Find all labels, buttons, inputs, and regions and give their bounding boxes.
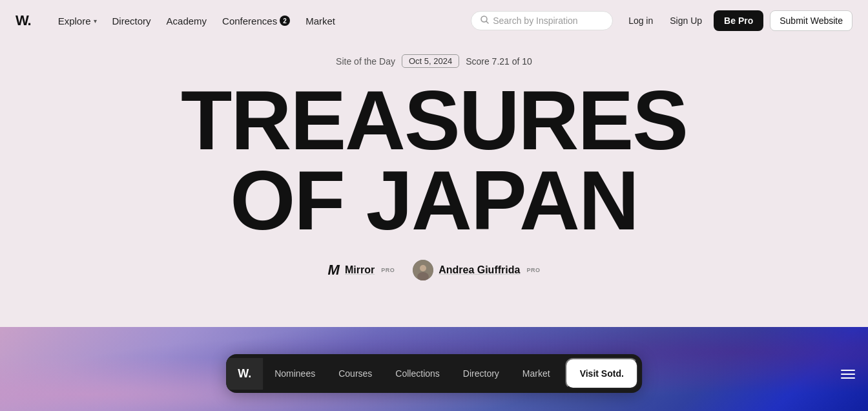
- mirror-logo: M: [328, 262, 340, 279]
- creator-mirror-name: Mirror: [345, 264, 375, 276]
- hamburger-menu[interactable]: [841, 370, 855, 379]
- hero-title: TREASURES OF JAPAN: [181, 81, 687, 240]
- hero-section: Site of the Day Oct 5, 2024 Score 7.21 o…: [0, 41, 868, 280]
- nav-conferences[interactable]: Conferences 2: [216, 12, 296, 30]
- search-bar[interactable]: Search by Inspiration: [471, 11, 613, 30]
- sotd-label: Site of the Day: [336, 56, 395, 67]
- sotd-row: Site of the Day Oct 5, 2024 Score 7.21 o…: [336, 54, 532, 68]
- ham-line-3: [841, 377, 855, 379]
- sotd-date: Oct 5, 2024: [402, 54, 459, 68]
- svg-point-3: [420, 265, 426, 271]
- ham-line-1: [841, 370, 855, 371]
- title-line2: OF JAPAN: [181, 161, 687, 241]
- ham-line-2: [841, 374, 855, 375]
- signup-button[interactable]: Sign Up: [665, 12, 707, 30]
- conferences-badge: 2: [280, 16, 290, 26]
- creator-andrea-name: Andrea Giuffrida: [439, 264, 520, 276]
- nav-market[interactable]: Market: [299, 12, 342, 30]
- bottom-nav-market[interactable]: Market: [511, 359, 562, 388]
- avatar: [413, 260, 433, 280]
- bottom-nav-collections[interactable]: Collections: [384, 359, 451, 388]
- mirror-pro-badge: PRO: [381, 267, 395, 273]
- bottom-nav-logo[interactable]: W.: [226, 358, 263, 390]
- nav-links: Explore ▾ Directory Academy Conferences …: [52, 12, 460, 30]
- submit-website-button[interactable]: Submit Website: [770, 10, 852, 31]
- nav-right: Log in Sign Up Be Pro Submit Website: [623, 10, 852, 31]
- navbar: W. Explore ▾ Directory Academy Conferenc…: [0, 0, 868, 41]
- bottom-nav-nominees[interactable]: Nominees: [263, 359, 327, 388]
- title-line1: TREASURES: [181, 81, 687, 161]
- svg-line-1: [486, 21, 488, 23]
- search-placeholder: Search by Inspiration: [493, 16, 578, 26]
- brand-logo[interactable]: W.: [16, 12, 31, 29]
- creators-row: M Mirror PRO Andrea Giuffrida PRO: [328, 260, 541, 280]
- visit-sotd-button[interactable]: Visit Sotd.: [566, 358, 638, 389]
- bottom-nav-courses[interactable]: Courses: [327, 359, 384, 388]
- nav-explore[interactable]: Explore ▾: [52, 12, 103, 30]
- nav-academy[interactable]: Academy: [160, 12, 214, 30]
- bottom-nav: W. Nominees Courses Collections Director…: [226, 354, 642, 393]
- nav-directory[interactable]: Directory: [106, 12, 158, 30]
- andrea-pro-badge: PRO: [526, 267, 540, 273]
- search-icon: [480, 16, 489, 26]
- sotd-score: Score 7.21 of 10: [466, 56, 532, 67]
- creator-mirror[interactable]: M Mirror PRO: [328, 262, 395, 279]
- bepro-button[interactable]: Be Pro: [714, 10, 763, 31]
- creator-andrea[interactable]: Andrea Giuffrida PRO: [413, 260, 540, 280]
- bottom-nav-directory[interactable]: Directory: [451, 359, 511, 388]
- login-button[interactable]: Log in: [623, 12, 658, 30]
- chevron-down-icon: ▾: [94, 17, 97, 25]
